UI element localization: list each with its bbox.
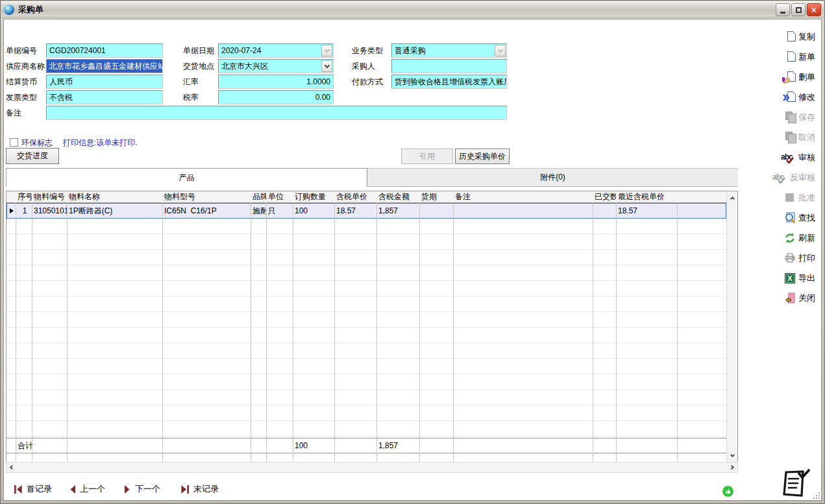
- column-header[interactable]: 单位: [266, 191, 293, 202]
- vertical-scrollbar[interactable]: [726, 191, 737, 462]
- thumbs-up-icon: [722, 486, 733, 497]
- cancel-icon: [784, 132, 796, 143]
- previous-record-button[interactable]: 上一个: [69, 481, 105, 498]
- invoice-type-field[interactable]: 不含税: [46, 90, 163, 104]
- next-record-icon: [124, 485, 131, 494]
- grid-column-line: [376, 191, 377, 462]
- grid-cell[interactable]: [453, 204, 593, 218]
- column-header[interactable]: 品牌: [251, 191, 266, 202]
- sidebar-button-modify[interactable]: 修改: [784, 90, 815, 104]
- chevron-up-icon: [730, 196, 734, 200]
- grid-cell[interactable]: [419, 204, 453, 218]
- grid-column-line: [616, 191, 617, 462]
- total-label: 合计: [16, 438, 67, 453]
- purchase-order-window: 采购单 ✕ 单据编号 CGD200724001 单据日期 2020-07-24 …: [0, 0, 825, 504]
- grid-column-line: [293, 191, 293, 462]
- payment-method-field[interactable]: 货到验收合格且增值税发票入账后: [391, 75, 507, 89]
- grid-column-line: [16, 191, 16, 462]
- grid-cell[interactable]: IC65N C16/1P: [162, 204, 251, 218]
- grid-column-line: [162, 191, 163, 462]
- grid-cell[interactable]: 1P断路器(C): [67, 204, 162, 218]
- sidebar-button-refresh[interactable]: 刷新: [784, 231, 815, 245]
- biz-type-field[interactable]: 普通采购: [391, 43, 507, 58]
- column-header[interactable]: 物料型号: [162, 191, 251, 202]
- grid-total-row: 合计1001,857: [6, 438, 726, 453]
- delivery-place-dropdown[interactable]: [321, 60, 332, 72]
- grid-cell[interactable]: 18.57: [334, 204, 376, 218]
- column-header[interactable]: 含税金额: [376, 191, 419, 202]
- doc-date-field[interactable]: 2020-07-24: [218, 43, 334, 58]
- save-icon: [784, 112, 796, 123]
- column-header[interactable]: 最近含税单价: [616, 191, 677, 202]
- next-record-button[interactable]: 下一个: [124, 481, 160, 498]
- column-header[interactable]: 物料编号: [32, 191, 67, 202]
- notepad-check-icon[interactable]: [780, 467, 812, 503]
- column-header[interactable]: 备注: [453, 191, 593, 202]
- currency-field[interactable]: 人民币: [46, 75, 163, 89]
- sidebar-button-export[interactable]: X 导出: [784, 271, 815, 285]
- biz-type-dropdown: [495, 45, 506, 56]
- column-header[interactable]: 订购数量: [293, 191, 334, 202]
- column-header[interactable]: 已交数量: [593, 191, 616, 202]
- scroll-right-button[interactable]: [726, 462, 737, 472]
- close-button[interactable]: ✕: [807, 3, 821, 16]
- reference-button: 引用: [401, 149, 453, 164]
- window-content: 单据编号 CGD200724001 单据日期 2020-07-24 业务类型 普…: [3, 19, 822, 501]
- sidebar-button-close[interactable]: 关闭: [784, 291, 815, 306]
- chevron-down-icon: [497, 47, 502, 52]
- column-header[interactable]: 货期: [419, 191, 453, 202]
- grid-cell[interactable]: 1,857: [376, 204, 419, 218]
- product-grid: 1310501011P断路器(C)IC65N C16/1P施耐德只10018.5…: [6, 191, 738, 462]
- delivery-progress-button[interactable]: 交货进度: [6, 148, 59, 164]
- column-header[interactable]: 含税单价: [334, 191, 376, 202]
- sidebar-button-new[interactable]: 新单: [784, 50, 815, 64]
- grid-cell[interactable]: 只: [266, 204, 293, 218]
- sidebar-button-audit[interactable]: abc 审核: [781, 150, 815, 165]
- tab-products[interactable]: 产品: [6, 168, 367, 187]
- column-header[interactable]: 物料名称: [67, 191, 162, 202]
- grid-column-line: [334, 191, 335, 462]
- table-row-selected[interactable]: 1310501011P断路器(C)IC65N C16/1P施耐德只10018.5…: [6, 203, 726, 219]
- grid-cell[interactable]: 1: [16, 204, 32, 218]
- maximize-button[interactable]: [791, 3, 806, 16]
- grid-column-line: [67, 191, 68, 462]
- sidebar-button-copy[interactable]: 复制: [784, 30, 815, 44]
- resize-grip[interactable]: [812, 491, 820, 499]
- column-header[interactable]: 序号: [16, 191, 32, 202]
- first-record-button[interactable]: 首记录: [14, 481, 52, 498]
- new-doc-icon: [784, 51, 796, 63]
- column-header[interactable]: [677, 191, 726, 202]
- eco-flag-checkbox[interactable]: [10, 138, 18, 147]
- grid-cell[interactable]: 施耐德: [251, 204, 266, 218]
- exchange-rate-field[interactable]: 1.0000: [218, 75, 334, 89]
- last-record-icon: [180, 485, 190, 494]
- sidebar-button-find[interactable]: 查找: [784, 211, 815, 225]
- sidebar-button-print[interactable]: 打印: [784, 251, 815, 265]
- purchaser-field[interactable]: [391, 59, 507, 73]
- scroll-up-button[interactable]: [727, 192, 737, 202]
- delivery-place-field[interactable]: 北京市大兴区: [218, 59, 334, 73]
- grid-cell[interactable]: 18.57: [616, 204, 677, 218]
- unaudit-icon: abc: [772, 172, 788, 184]
- scroll-left-button[interactable]: [6, 462, 18, 472]
- scroll-down-button[interactable]: [727, 451, 737, 461]
- grid-cell[interactable]: [677, 204, 726, 218]
- last-record-button[interactable]: 末记录: [180, 481, 219, 498]
- sidebar-button-delete[interactable]: 删单: [784, 70, 815, 84]
- tab-attachments[interactable]: 附件(0): [367, 168, 738, 187]
- history-price-button[interactable]: 历史采购单价: [455, 149, 510, 164]
- doc-no-field[interactable]: CGD200724001: [46, 43, 163, 58]
- chevron-down-icon: [730, 453, 734, 457]
- grid-cell[interactable]: 100: [293, 204, 334, 218]
- chevron-left-icon: [10, 465, 14, 470]
- grid-cell[interactable]: 31050101: [32, 204, 67, 218]
- remark-field[interactable]: [46, 106, 507, 120]
- app-globe-icon: [4, 5, 14, 15]
- grid-cell[interactable]: [593, 204, 616, 218]
- current-row-indicator: [10, 208, 14, 213]
- minimize-button[interactable]: [776, 3, 790, 16]
- tax-rate-field[interactable]: 0.00: [218, 90, 334, 104]
- horizontal-scrollbar[interactable]: [6, 462, 738, 473]
- grid-column-line: [677, 191, 678, 462]
- supplier-field[interactable]: 北京市花乡鑫昌盛五金建材供应站: [46, 59, 163, 73]
